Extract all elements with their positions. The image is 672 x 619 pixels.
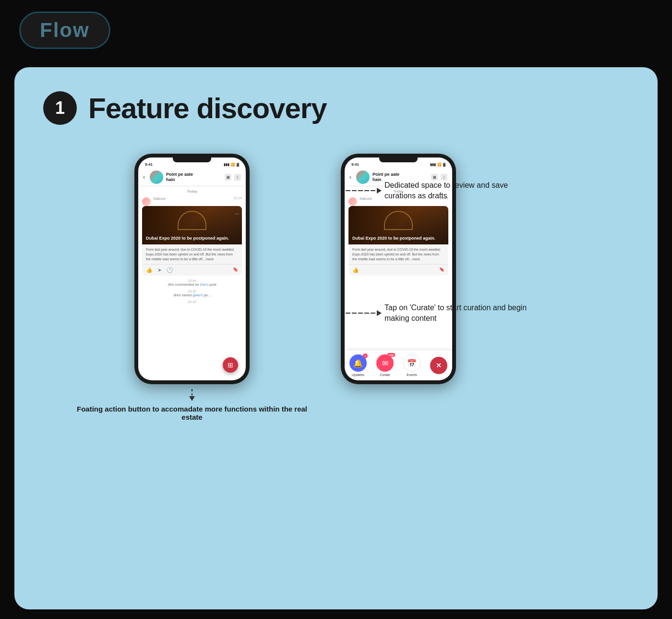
events-icon: 📅 <box>403 354 420 372</box>
phone2-header-icons: ⊞ ⋮ <box>431 174 447 181</box>
phone1-wrapper: 9:41 ▮▮▮ 🛜 ▓ ‹ Point pe aate hain <box>72 154 312 421</box>
phone1-notch <box>173 158 211 162</box>
p2-more-dots-icon[interactable]: ⋮ <box>441 174 447 181</box>
phone1-article-card: Dubai Expo 2020 to be postponed again. ⋯… <box>142 206 242 276</box>
arrow-right-1-icon <box>377 188 382 194</box>
phone1-username: Sakura <box>153 196 165 201</box>
notif1-text: Jiho commented on Zen's post <box>168 282 216 287</box>
new-badge: new <box>387 353 395 357</box>
step-badge: 1 <box>43 91 77 125</box>
action-updates[interactable]: 🔔 3 Updates <box>349 354 367 376</box>
phone1-header: ‹ Point pe aate hain ⊞ ⋮ <box>138 169 246 186</box>
notif2-time: 23:30 <box>143 290 241 293</box>
notif1-time: 23:44 <box>143 279 241 282</box>
notif2-link[interactable]: goku's <box>192 293 203 297</box>
arrow-right-2-icon <box>377 310 382 316</box>
phone1-chat-row: Sakura 23:24 <box>138 196 246 206</box>
phone1-avatar <box>150 170 163 184</box>
p2-bookmark-icon[interactable]: 🔖 <box>439 267 444 273</box>
more-dots-2-icon[interactable]: ⋯ <box>235 209 239 218</box>
phone1-article-title-overlay: Dubai Expo 2020 to be postponed again. <box>146 236 238 242</box>
bell-icon: 🔔 3 <box>349 354 367 372</box>
fab-icon: ⊞ <box>228 361 233 369</box>
phone1-user-avatar <box>142 197 151 206</box>
events-label: Events <box>407 373 417 376</box>
notif1-link[interactable]: Zen's <box>200 282 209 287</box>
phone1-msg-time: 23:24 <box>233 196 242 202</box>
notif-badge: 3 <box>363 353 368 358</box>
action-curate[interactable]: ✉ new Curate <box>376 354 394 376</box>
p2-cube-icon[interactable]: ⊞ <box>431 174 438 181</box>
bookmark-icon[interactable]: 🔖 <box>233 267 238 273</box>
notif2-text: Jiren saved goku's po... <box>173 293 211 297</box>
curate-label: Curate <box>380 373 390 376</box>
phone2-notch <box>379 158 418 162</box>
back-arrow-icon[interactable]: ‹ <box>143 174 145 181</box>
like-icon[interactable]: 👍 <box>146 267 153 273</box>
phone1-date-divider: Today <box>138 186 246 196</box>
arrow-down-icon <box>189 396 195 401</box>
p2-battery-icon: ▓ <box>443 163 445 166</box>
phone2-article-body: From last year around, due to COVID-19 t… <box>348 244 448 264</box>
app-logo: Flow <box>40 19 90 41</box>
notif3-time: 20:23 <box>143 300 241 303</box>
notif3: 20:23 <box>138 299 246 305</box>
phone2-article-title-overlay: Dubai Expo 2020 to be postponed again. <box>352 236 444 242</box>
section-header: 1 Feature discovery <box>43 91 629 125</box>
annotation1-wrapper: Dedicated space to review and save curat… <box>346 180 508 202</box>
annotation-bottom-text: Foating action button to accomadate more… <box>72 405 312 421</box>
signal-icon: ▮▮▮ <box>224 163 229 167</box>
clock-icon[interactable]: 🕐 <box>167 267 173 273</box>
notif1: 23:44 Jiho commented on Zen's post <box>138 278 246 288</box>
phone2-time: 9:41 <box>351 162 359 167</box>
action-close[interactable]: ✕ <box>430 357 447 374</box>
phone2-article-actions: 👍 🔖 <box>348 264 448 276</box>
phone2-article-image: Dubai Expo 2020 to be postponed again. <box>348 206 448 244</box>
bottom-dashed-line <box>189 389 195 401</box>
main-card: 1 Feature discovery 9:41 ▮▮▮ 🛜 ▓ <box>14 67 658 609</box>
dashed-arrow-1 <box>346 188 382 194</box>
phone1-screen: 9:41 ▮▮▮ 🛜 ▓ ‹ Point pe aate hain <box>138 158 246 380</box>
updates-label: Updates <box>352 373 364 376</box>
phone1-fab[interactable]: ⊞ <box>223 357 238 373</box>
p2-wifi-icon: 🛜 <box>437 163 442 167</box>
share-icon[interactable]: ➤ <box>157 267 162 273</box>
phone2-action-bar: 🔔 3 Updates ✉ new <box>345 351 452 380</box>
p2-signal-icon: ▮▮▮ <box>430 163 436 167</box>
annotation2-text: Tap on 'Curate' to start curation and be… <box>384 303 527 324</box>
phone2-status-icons: ▮▮▮ 🛜 ▓ <box>430 163 445 167</box>
phone1-status-icons: ▮▮▮ 🛜 ▓ <box>224 163 239 167</box>
phone1-article-actions: 👍 ➤ 🕐 🔖 <box>142 264 242 276</box>
phone1-time: 9:41 <box>145 162 153 167</box>
more-dots-icon[interactable]: ⋮ <box>234 174 241 181</box>
annotation1-text: Dedicated space to review and save curat… <box>384 180 508 202</box>
action-events[interactable]: 📅 Events <box>403 354 420 376</box>
phone1-notifications: 23:44 Jiho commented on Zen's post 23:30… <box>138 276 246 307</box>
top-bar: Flow <box>0 0 672 61</box>
phone1-article-image: Dubai Expo 2020 to be postponed again. ⋯ <box>142 206 242 244</box>
dashed-v-line <box>192 389 192 396</box>
annotation2-wrapper: Tap on 'Curate' to start curation and be… <box>346 303 527 324</box>
wifi-icon: 🛜 <box>231 163 235 167</box>
step-number: 1 <box>55 98 65 118</box>
action-bar-items: 🔔 3 Updates ✉ new <box>345 354 452 376</box>
curate-icon: ✉ new <box>376 354 394 372</box>
logo-container: Flow <box>19 12 110 49</box>
section-title: Feature discovery <box>88 92 327 125</box>
p2-like-icon[interactable]: 👍 <box>352 267 359 273</box>
phone1-article-body: From last year around, due to COVID-19 t… <box>142 244 242 264</box>
close-fab-icon: ✕ <box>430 357 447 374</box>
notif2: 23:30 Jiren saved goku's po... <box>138 288 246 299</box>
phone1-header-icons: ⊞ ⋮ <box>225 174 241 181</box>
phone2-article-card: Dubai Expo 2020 to be postponed again. F… <box>348 206 448 276</box>
p2-back-arrow-icon[interactable]: ‹ <box>349 174 351 181</box>
cube-icon[interactable]: ⊞ <box>225 174 231 181</box>
phone1: 9:41 ▮▮▮ 🛜 ▓ ‹ Point pe aate hain <box>134 154 250 384</box>
battery-icon: ▓ <box>237 163 239 166</box>
bottom-annotation-wrapper: Foating action button to accomadate more… <box>72 389 312 421</box>
phone1-chat-name: Point pe aate hain <box>166 172 195 182</box>
dashed-arrow-2 <box>346 310 382 316</box>
